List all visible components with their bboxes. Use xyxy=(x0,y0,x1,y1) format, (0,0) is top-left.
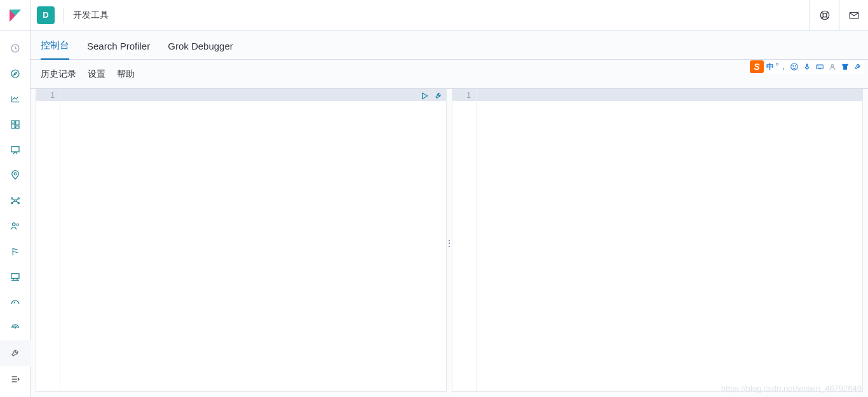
svg-point-23 xyxy=(15,327,16,328)
chart-line-icon xyxy=(10,93,21,105)
ime-skin-button[interactable] xyxy=(840,62,850,72)
mail-icon xyxy=(848,10,860,21)
tabs-bar: 控制台 Search Profiler Grok Debugger xyxy=(31,30,868,60)
separator xyxy=(64,8,64,23)
lifebuoy-icon xyxy=(819,10,831,21)
svg-point-21 xyxy=(17,224,18,225)
tab-console[interactable]: 控制台 xyxy=(41,32,69,60)
svg-line-4 xyxy=(821,17,823,18)
link-settings[interactable]: 设置 xyxy=(88,69,105,80)
watermark-text: https://blog.csdn.net/weixin_46792649 xyxy=(721,384,862,393)
apm-icon xyxy=(10,271,21,283)
sidebar-item-dev-tools[interactable] xyxy=(0,340,31,366)
svg-point-14 xyxy=(14,173,17,175)
svg-line-5 xyxy=(826,17,828,18)
tab-search-profiler[interactable]: Search Profiler xyxy=(87,33,150,59)
mic-icon xyxy=(803,62,811,71)
sidebar-item-recent[interactable] xyxy=(0,36,31,61)
siem-icon xyxy=(10,322,21,333)
header-right xyxy=(810,0,868,30)
sidebar-item-canvas[interactable] xyxy=(0,137,31,163)
svg-point-15 xyxy=(14,200,16,202)
ime-toolbar: S 中 °， xyxy=(749,60,864,74)
line-number: 1 xyxy=(36,90,60,101)
map-pin-icon xyxy=(10,170,21,181)
current-line-highlight xyxy=(477,90,862,101)
sidebar-item-dashboard[interactable] xyxy=(0,112,31,137)
ime-emoji-button[interactable] xyxy=(789,62,799,72)
link-help[interactable]: 帮助 xyxy=(117,69,135,80)
sidebar-item-visualize[interactable] xyxy=(0,86,31,112)
svg-point-24 xyxy=(791,64,798,71)
svg-rect-10 xyxy=(15,121,18,125)
response-viewer[interactable]: 1 xyxy=(452,89,863,392)
ime-voice-button[interactable] xyxy=(802,62,812,72)
clock-icon xyxy=(10,43,21,54)
current-line-highlight xyxy=(60,90,446,101)
svg-line-2 xyxy=(821,11,823,13)
smiley-icon xyxy=(790,62,799,71)
pane-resize-handle[interactable]: ⋮ xyxy=(445,242,454,245)
app-badge-letter: D xyxy=(43,10,48,20)
sidebar-item-siem[interactable] xyxy=(0,315,31,340)
svg-point-25 xyxy=(793,65,794,66)
play-icon xyxy=(420,91,429,100)
request-gutter: 1 xyxy=(36,90,60,391)
app-badge[interactable]: D xyxy=(37,6,55,24)
editor-area: 1 1 ⋮ xyxy=(31,89,868,397)
svg-point-1 xyxy=(823,13,827,17)
ime-toolbox-button[interactable] xyxy=(853,62,863,72)
request-options-button[interactable] xyxy=(433,91,444,101)
ime-logo[interactable]: S xyxy=(750,60,764,73)
svg-rect-13 xyxy=(11,147,19,152)
kibana-logo[interactable] xyxy=(0,0,31,30)
response-gutter: 1 xyxy=(452,90,477,391)
ime-lang-button[interactable]: 中 xyxy=(766,62,774,72)
response-body xyxy=(477,90,862,391)
dashboard-icon xyxy=(10,119,21,130)
compass-icon xyxy=(10,68,21,79)
request-editor[interactable]: 1 xyxy=(36,89,447,392)
svg-line-3 xyxy=(826,11,828,13)
wrench-small-icon xyxy=(434,91,443,100)
sidebar-item-uptime[interactable] xyxy=(0,290,31,315)
svg-rect-12 xyxy=(15,126,18,128)
main-content: 控制台 Search Profiler Grok Debugger 历史记录 设… xyxy=(31,30,868,397)
keyboard-icon xyxy=(815,62,825,71)
tshirt-icon xyxy=(841,62,850,71)
svg-point-20 xyxy=(12,223,15,226)
sidebar-item-infra[interactable] xyxy=(0,213,31,239)
kibana-logo-icon xyxy=(8,8,23,23)
svg-rect-9 xyxy=(11,121,15,123)
newsfeed-button[interactable] xyxy=(839,0,868,30)
canvas-icon xyxy=(10,144,21,156)
ml-icon xyxy=(10,195,21,206)
sidebar-item-maps[interactable] xyxy=(0,163,31,188)
svg-point-8 xyxy=(11,70,19,77)
ime-softkeyboard-button[interactable] xyxy=(815,62,825,72)
ime-account-button[interactable] xyxy=(827,62,837,72)
link-history[interactable]: 历史记录 xyxy=(41,69,76,80)
svg-rect-22 xyxy=(11,274,19,279)
svg-point-26 xyxy=(795,65,796,66)
expand-icon xyxy=(10,374,20,384)
svg-rect-27 xyxy=(806,64,808,67)
tab-grok-debugger[interactable]: Grok Debugger xyxy=(168,33,233,59)
wrench-icon xyxy=(853,62,862,71)
sidebar-item-discover[interactable] xyxy=(0,61,31,86)
sidebar xyxy=(0,30,31,397)
svg-rect-11 xyxy=(11,124,15,128)
header-bar: D 开发工具 xyxy=(0,0,868,30)
sidebar-item-ml[interactable] xyxy=(0,188,31,213)
send-request-button[interactable] xyxy=(419,91,430,101)
help-button[interactable] xyxy=(810,0,839,30)
request-body[interactable] xyxy=(60,90,446,391)
request-actions xyxy=(419,90,444,102)
ime-punct-button[interactable]: °， xyxy=(776,62,787,72)
line-number: 1 xyxy=(452,90,476,101)
sidebar-expand-button[interactable] xyxy=(0,367,31,392)
sidebar-item-apm[interactable] xyxy=(0,264,31,290)
logs-icon xyxy=(10,246,21,257)
sidebar-item-logs[interactable] xyxy=(0,239,31,264)
wrench-icon xyxy=(10,347,21,359)
